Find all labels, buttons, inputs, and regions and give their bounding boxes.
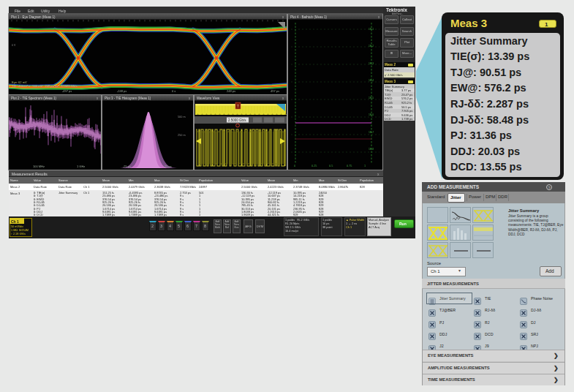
svg-text:T: T	[237, 104, 240, 108]
svg-text:2.5000 Gb/s: 2.5000 Gb/s	[228, 118, 246, 122]
